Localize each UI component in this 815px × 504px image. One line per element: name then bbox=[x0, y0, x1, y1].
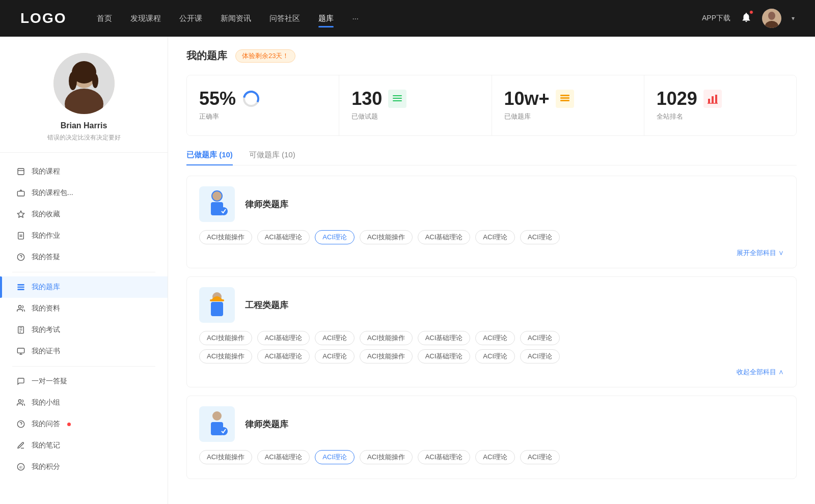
sidebar-profile: Brian Harris 错误的决定比没有决定要好 bbox=[0, 37, 168, 153]
collapse-btn-2[interactable]: 收起全部科目 ∧ bbox=[199, 368, 784, 377]
sidebar-item-my-qa[interactable]: 我的问答 bbox=[0, 413, 168, 435]
app-download-link[interactable]: APP下载 bbox=[702, 14, 730, 23]
tag-2b-5[interactable]: ACI理论 bbox=[475, 349, 515, 363]
qa-badge bbox=[67, 423, 71, 426]
tag-3-3[interactable]: ACI技能操作 bbox=[360, 450, 413, 464]
tag-2-5[interactable]: ACI理论 bbox=[475, 331, 515, 345]
sidebar-item-group[interactable]: 我的小组 bbox=[0, 392, 168, 413]
expand-btn-1[interactable]: 展开全部科目 ∨ bbox=[199, 248, 784, 258]
bar-chart-icon bbox=[703, 90, 722, 108]
svg-rect-26 bbox=[17, 348, 24, 353]
exam-icon bbox=[16, 325, 25, 334]
tag-3-4[interactable]: ACI基础理论 bbox=[418, 450, 471, 464]
tag-1-0[interactable]: ACI技能操作 bbox=[199, 230, 252, 244]
sidebar-item-group-label: 我的小组 bbox=[32, 398, 60, 407]
tag-1-3[interactable]: ACI技能操作 bbox=[360, 230, 413, 244]
nav-qbank[interactable]: 题库 bbox=[318, 12, 334, 25]
notification-bell[interactable] bbox=[741, 12, 752, 25]
nav-home[interactable]: 首页 bbox=[97, 12, 112, 25]
svg-point-8 bbox=[92, 74, 98, 88]
sidebar-item-qa-answer[interactable]: 我的答疑 bbox=[0, 246, 168, 268]
tag-2-1[interactable]: ACI基础理论 bbox=[257, 331, 310, 345]
tag-2b-1[interactable]: ACI基础理论 bbox=[257, 349, 310, 363]
svg-point-1 bbox=[768, 12, 775, 20]
svg-point-21 bbox=[18, 305, 21, 308]
tag-2b-4[interactable]: ACI基础理论 bbox=[418, 349, 471, 363]
tag-1-4[interactable]: ACI基础理论 bbox=[418, 230, 471, 244]
sidebar-item-points[interactable]: 积 我的积分 bbox=[0, 456, 168, 478]
profile-motto: 错误的决定比没有决定要好 bbox=[47, 133, 121, 142]
svg-rect-42 bbox=[708, 99, 710, 103]
tag-1-5[interactable]: ACI理论 bbox=[475, 230, 515, 244]
qbank-card-engineer: 工程类题库 ACI技能操作 ACI基础理论 ACI理论 ACI技能操作 ACI基… bbox=[186, 276, 797, 387]
cert-icon bbox=[16, 347, 25, 356]
user-menu-chevron[interactable]: ▾ bbox=[792, 15, 795, 22]
sidebar-item-cert[interactable]: 我的证书 bbox=[0, 341, 168, 362]
tag-2b-2[interactable]: ACI理论 bbox=[315, 349, 355, 363]
nav-discover[interactable]: 发现课程 bbox=[130, 12, 161, 25]
svg-rect-13 bbox=[18, 232, 24, 239]
svg-rect-37 bbox=[393, 98, 402, 99]
tag-2-2[interactable]: ACI理论 bbox=[315, 331, 355, 345]
sidebar-item-qbank[interactable]: 我的题库 bbox=[0, 276, 168, 298]
tag-3-1[interactable]: ACI基础理论 bbox=[257, 450, 310, 464]
sidebar-item-material[interactable]: 我的资料 bbox=[0, 298, 168, 319]
stat-done-banks: 10w+ 已做题库 bbox=[492, 75, 644, 135]
tag-1-2[interactable]: ACI理论 bbox=[315, 230, 355, 244]
page-title: 我的题库 bbox=[186, 49, 227, 63]
nav-qa[interactable]: 问答社区 bbox=[269, 12, 300, 25]
nav-news[interactable]: 新闻资讯 bbox=[221, 12, 251, 25]
tag-2b-0[interactable]: ACI技能操作 bbox=[199, 349, 252, 363]
stat-done-banks-label: 已做题库 bbox=[504, 112, 531, 121]
tag-3-2[interactable]: ACI理论 bbox=[315, 450, 355, 464]
svg-rect-40 bbox=[560, 97, 569, 99]
sidebar-item-homework[interactable]: 我的作业 bbox=[0, 225, 168, 246]
qbank-header-3: 律师类题库 bbox=[199, 406, 784, 442]
qa-icon bbox=[16, 419, 25, 429]
tag-2-4[interactable]: ACI基础理论 bbox=[418, 331, 471, 345]
list2-icon bbox=[556, 90, 574, 108]
tag-1-1[interactable]: ACI基础理论 bbox=[257, 230, 310, 244]
sidebar-item-material-label: 我的资料 bbox=[32, 304, 60, 313]
sidebar-item-favorites-label: 我的收藏 bbox=[32, 210, 60, 219]
tag-3-5[interactable]: ACI理论 bbox=[475, 450, 515, 464]
star-icon bbox=[16, 210, 25, 219]
stat-done-banks-value: 10w+ bbox=[504, 90, 550, 108]
question-circle-icon bbox=[16, 253, 25, 262]
tag-3-0[interactable]: ACI技能操作 bbox=[199, 450, 252, 464]
sidebar-item-notes[interactable]: 我的笔记 bbox=[0, 435, 168, 456]
sidebar-item-package[interactable]: 我的课程包... bbox=[0, 182, 168, 204]
tag-2-6[interactable]: ACI理论 bbox=[520, 331, 560, 345]
sidebar-item-exam-label: 我的考试 bbox=[32, 325, 60, 334]
tab-available[interactable]: 可做题库 (10) bbox=[249, 150, 295, 165]
svg-point-47 bbox=[212, 191, 222, 201]
top-nav: LOGO 首页 发现课程 公开课 新闻资讯 问答社区 题库 ··· APP下载 … bbox=[0, 0, 815, 37]
logo: LOGO bbox=[20, 10, 66, 26]
tag-3-6[interactable]: ACI理论 bbox=[520, 450, 560, 464]
package-icon bbox=[16, 188, 25, 198]
tag-2-0[interactable]: ACI技能操作 bbox=[199, 331, 252, 345]
tab-done[interactable]: 已做题库 (10) bbox=[186, 150, 233, 165]
qbank-tags-2a: ACI技能操作 ACI基础理论 ACI理论 ACI技能操作 ACI基础理论 AC… bbox=[199, 331, 784, 345]
nav-more[interactable]: ··· bbox=[352, 12, 359, 25]
sidebar-item-course[interactable]: 我的课程 bbox=[0, 161, 168, 182]
sidebar-item-homework-label: 我的作业 bbox=[32, 231, 60, 240]
tag-2b-6[interactable]: ACI理论 bbox=[520, 349, 560, 363]
page-header: 我的题库 体验剩余23天！ bbox=[186, 49, 797, 63]
nav-open-course[interactable]: 公开课 bbox=[179, 12, 202, 25]
tag-2b-3[interactable]: ACI技能操作 bbox=[360, 349, 413, 363]
sidebar-item-exam[interactable]: 我的考试 bbox=[0, 319, 168, 341]
sidebar-item-notes-label: 我的笔记 bbox=[32, 441, 60, 450]
tag-2-3[interactable]: ACI技能操作 bbox=[360, 331, 413, 345]
svg-rect-20 bbox=[17, 289, 24, 290]
qbank-icon bbox=[16, 283, 25, 292]
sidebar-item-qa-answer-label: 我的答疑 bbox=[32, 253, 60, 262]
sidebar-item-favorites[interactable]: 我的收藏 bbox=[0, 204, 168, 225]
sidebar-item-package-label: 我的课程包... bbox=[32, 188, 73, 198]
svg-marker-12 bbox=[17, 211, 24, 217]
qbank-card-lawyer-2: 律师类题库 ACI技能操作 ACI基础理论 ACI理论 ACI技能操作 ACI基… bbox=[186, 396, 797, 479]
sidebar-item-one-on-one[interactable]: 一对一答疑 bbox=[0, 371, 168, 392]
qbank-name-2: 工程类题库 bbox=[245, 299, 288, 311]
user-avatar[interactable] bbox=[762, 9, 781, 28]
tag-1-6[interactable]: ACI理论 bbox=[520, 230, 560, 244]
